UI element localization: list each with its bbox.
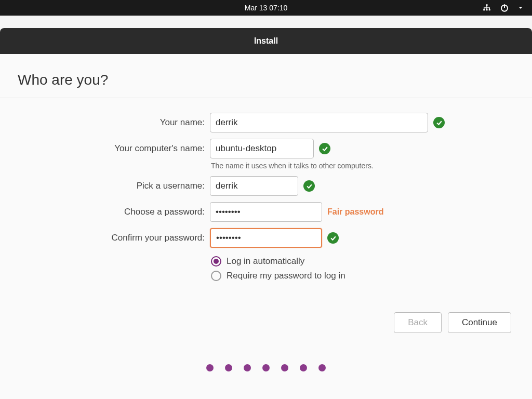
login-auto-label: Log in automatically bbox=[227, 256, 304, 267]
clock: Mar 13 07:10 bbox=[245, 4, 288, 12]
progress-dot bbox=[244, 364, 251, 371]
username-label: Pick a username: bbox=[18, 181, 205, 191]
installer-content: Who are you? Your name: Your computer's … bbox=[0, 54, 532, 399]
network-icon[interactable] bbox=[482, 3, 491, 12]
window-title-bar: Install bbox=[0, 28, 532, 54]
system-indicators bbox=[482, 3, 524, 12]
check-icon bbox=[433, 117, 445, 128]
progress-dot bbox=[300, 364, 307, 371]
progress-dots bbox=[18, 364, 514, 371]
svg-rect-0 bbox=[486, 4, 488, 6]
login-auto-option[interactable]: Log in automatically bbox=[211, 256, 514, 267]
user-form: Your name: Your computer's name: The nam… bbox=[18, 113, 514, 281]
computer-hint: The name it uses when it talks to other … bbox=[211, 162, 514, 170]
password-row: Choose a password: Fair password bbox=[18, 202, 514, 222]
confirm-row: Confirm your password: bbox=[18, 228, 514, 248]
check-icon bbox=[327, 232, 339, 244]
power-icon[interactable] bbox=[500, 3, 509, 12]
divider bbox=[0, 98, 532, 98]
username-row: Pick a username: bbox=[18, 176, 514, 196]
radio-icon bbox=[211, 271, 221, 281]
check-icon bbox=[303, 180, 315, 192]
login-option-group: Log in automatically Require my password… bbox=[211, 256, 514, 281]
progress-dot bbox=[262, 364, 270, 371]
login-require-label: Require my password to log in bbox=[227, 271, 345, 281]
confirm-label: Confirm your password: bbox=[18, 233, 205, 243]
name-label: Your name: bbox=[18, 117, 205, 128]
top-bar: Mar 13 07:10 bbox=[0, 0, 532, 16]
check-icon bbox=[319, 143, 330, 154]
radio-icon bbox=[211, 256, 221, 267]
password-label: Choose a password: bbox=[18, 207, 205, 217]
chevron-down-icon[interactable] bbox=[517, 5, 524, 11]
progress-dot bbox=[225, 364, 232, 371]
svg-rect-6 bbox=[484, 8, 485, 9]
progress-dot bbox=[206, 364, 214, 371]
computer-input[interactable] bbox=[210, 139, 314, 158]
progress-dot bbox=[281, 364, 288, 371]
window-title: Install bbox=[254, 36, 278, 46]
password-strength: Fair password bbox=[327, 207, 383, 217]
name-input[interactable] bbox=[210, 113, 428, 132]
confirm-input[interactable] bbox=[210, 228, 322, 248]
back-button[interactable]: Back bbox=[394, 312, 442, 333]
svg-rect-7 bbox=[486, 8, 487, 9]
username-input[interactable] bbox=[210, 176, 298, 196]
name-row: Your name: bbox=[18, 113, 514, 132]
computer-label: Your computer's name: bbox=[18, 143, 205, 154]
computer-row: Your computer's name: bbox=[18, 139, 514, 158]
continue-button[interactable]: Continue bbox=[448, 312, 511, 333]
svg-rect-8 bbox=[489, 8, 490, 9]
progress-dot bbox=[318, 364, 326, 371]
password-input[interactable] bbox=[210, 202, 322, 222]
page-title: Who are you? bbox=[18, 72, 514, 88]
login-require-option[interactable]: Require my password to log in bbox=[211, 271, 514, 281]
nav-buttons: Back Continue bbox=[18, 312, 514, 333]
